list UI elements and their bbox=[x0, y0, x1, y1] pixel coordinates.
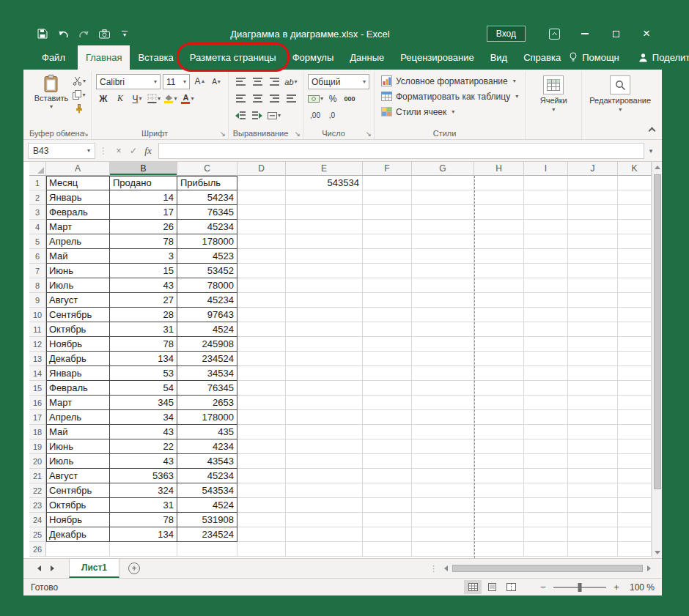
cell-G9[interactable] bbox=[412, 293, 474, 308]
cell-E3[interactable] bbox=[286, 205, 363, 220]
cell-D12[interactable] bbox=[237, 337, 286, 352]
row-header-19[interactable]: 19 bbox=[29, 439, 46, 454]
cell-C15[interactable]: 76345 bbox=[177, 381, 237, 396]
cell-J12[interactable] bbox=[568, 337, 618, 352]
cell-I10[interactable] bbox=[524, 308, 568, 322]
name-box[interactable]: B43 ▾ bbox=[28, 143, 95, 159]
cell-E22[interactable] bbox=[286, 483, 363, 498]
cell-C17[interactable]: 178000 bbox=[177, 410, 237, 425]
cell-F10[interactable] bbox=[363, 308, 412, 322]
cell-F2[interactable] bbox=[363, 190, 412, 205]
decrease-font-button[interactable]: А▾ bbox=[209, 75, 224, 89]
cell-K9[interactable] bbox=[618, 293, 652, 308]
cell-G15[interactable] bbox=[412, 381, 474, 396]
cell-F22[interactable] bbox=[363, 483, 412, 498]
cell-E11[interactable] bbox=[286, 322, 363, 337]
cell-I12[interactable] bbox=[524, 337, 568, 352]
cell-K24[interactable] bbox=[618, 513, 652, 527]
cell-B23[interactable]: 31 bbox=[110, 498, 177, 513]
cell-C26[interactable] bbox=[177, 542, 237, 557]
cell-I3[interactable] bbox=[524, 205, 568, 220]
cell-J5[interactable] bbox=[568, 234, 618, 249]
cell-B8[interactable]: 43 bbox=[110, 278, 177, 293]
cell-K13[interactable] bbox=[618, 352, 652, 366]
cell-H11[interactable] bbox=[474, 322, 524, 337]
cell-B3[interactable]: 17 bbox=[110, 205, 177, 220]
cell-F16[interactable] bbox=[363, 396, 412, 410]
cell-F11[interactable] bbox=[363, 322, 412, 337]
cell-K18[interactable] bbox=[618, 425, 652, 439]
cell-C3[interactable]: 76345 bbox=[177, 205, 237, 220]
cell-E26[interactable] bbox=[286, 542, 363, 557]
row-header-10[interactable]: 10 bbox=[29, 308, 46, 322]
cell-B2[interactable]: 14 bbox=[110, 190, 177, 205]
cell-C12[interactable]: 245908 bbox=[177, 337, 237, 352]
cell-E21[interactable] bbox=[286, 469, 363, 483]
cell-F19[interactable] bbox=[363, 439, 412, 454]
row-header-24[interactable]: 24 bbox=[29, 513, 46, 527]
cell-J4[interactable] bbox=[568, 220, 618, 234]
cell-K25[interactable] bbox=[618, 527, 652, 542]
cell-B13[interactable]: 134 bbox=[110, 352, 177, 366]
cell-F4[interactable] bbox=[363, 220, 412, 234]
cell-E12[interactable] bbox=[286, 337, 363, 352]
column-header-E[interactable]: E bbox=[286, 162, 363, 176]
cell-G22[interactable] bbox=[412, 483, 474, 498]
cell-F8[interactable] bbox=[363, 278, 412, 293]
cell-K7[interactable] bbox=[618, 264, 652, 278]
align-top-button[interactable] bbox=[233, 75, 248, 89]
row-header-2[interactable]: 2 bbox=[29, 190, 46, 205]
align-bottom-button[interactable] bbox=[267, 75, 281, 89]
cell-B12[interactable]: 78 bbox=[110, 337, 177, 352]
wrap-text-button[interactable] bbox=[284, 92, 298, 106]
cell-G23[interactable] bbox=[412, 498, 474, 513]
row-header-16[interactable]: 16 bbox=[29, 396, 46, 410]
cell-D11[interactable] bbox=[237, 322, 286, 337]
cell-I2[interactable] bbox=[524, 190, 568, 205]
cell-F24[interactable] bbox=[363, 513, 412, 527]
tab-vid[interactable]: Вид bbox=[482, 45, 516, 70]
column-header-C[interactable]: C bbox=[177, 162, 237, 176]
cell-H16[interactable] bbox=[474, 396, 524, 410]
cell-F9[interactable] bbox=[363, 293, 412, 308]
cell-E18[interactable] bbox=[286, 425, 363, 439]
align-right-button[interactable] bbox=[267, 92, 281, 106]
cell-C24[interactable]: 531908 bbox=[177, 513, 237, 527]
undo-button[interactable] bbox=[54, 25, 72, 42]
cell-I17[interactable] bbox=[524, 410, 568, 425]
number-format-combo[interactable]: Общий▾ bbox=[308, 74, 369, 89]
cell-H20[interactable] bbox=[474, 454, 524, 469]
cell-H1[interactable] bbox=[474, 176, 524, 190]
cut-button[interactable]: ▾ bbox=[72, 75, 86, 87]
cell-A24[interactable]: Ноябрь bbox=[46, 513, 110, 527]
dialog-launcher-icon[interactable]: ↘ bbox=[366, 130, 372, 138]
cell-H9[interactable] bbox=[474, 293, 524, 308]
cell-B24[interactable]: 78 bbox=[110, 513, 177, 527]
cell-I1[interactable] bbox=[524, 176, 568, 190]
cell-D19[interactable] bbox=[237, 439, 286, 454]
cell-B1[interactable]: Продано bbox=[110, 176, 177, 190]
zoom-slider[interactable] bbox=[553, 587, 606, 588]
cell-A19[interactable]: Июнь bbox=[46, 439, 110, 454]
column-header-F[interactable]: F bbox=[363, 162, 412, 176]
cell-H2[interactable] bbox=[474, 190, 524, 205]
cell-H22[interactable] bbox=[474, 483, 524, 498]
cell-B5[interactable]: 78 bbox=[110, 234, 177, 249]
cell-H6[interactable] bbox=[474, 249, 524, 264]
cell-G17[interactable] bbox=[412, 410, 474, 425]
font-color-button[interactable]: А ▾ bbox=[180, 92, 195, 106]
previous-sheet-button[interactable] bbox=[32, 559, 45, 578]
cell-I24[interactable] bbox=[524, 513, 568, 527]
cell-H8[interactable] bbox=[474, 278, 524, 293]
formula-input[interactable] bbox=[158, 143, 644, 159]
cell-D14[interactable] bbox=[237, 366, 286, 381]
cell-A12[interactable]: Ноябрь bbox=[46, 337, 110, 352]
cell-A7[interactable]: Июнь bbox=[46, 264, 110, 278]
cell-I23[interactable] bbox=[524, 498, 568, 513]
cell-B6[interactable]: 3 bbox=[110, 249, 177, 264]
cell-K15[interactable] bbox=[618, 381, 652, 396]
cell-C21[interactable]: 45234 bbox=[177, 469, 237, 483]
cell-J17[interactable] bbox=[568, 410, 618, 425]
cell-J10[interactable] bbox=[568, 308, 618, 322]
row-header-11[interactable]: 11 bbox=[29, 322, 46, 337]
